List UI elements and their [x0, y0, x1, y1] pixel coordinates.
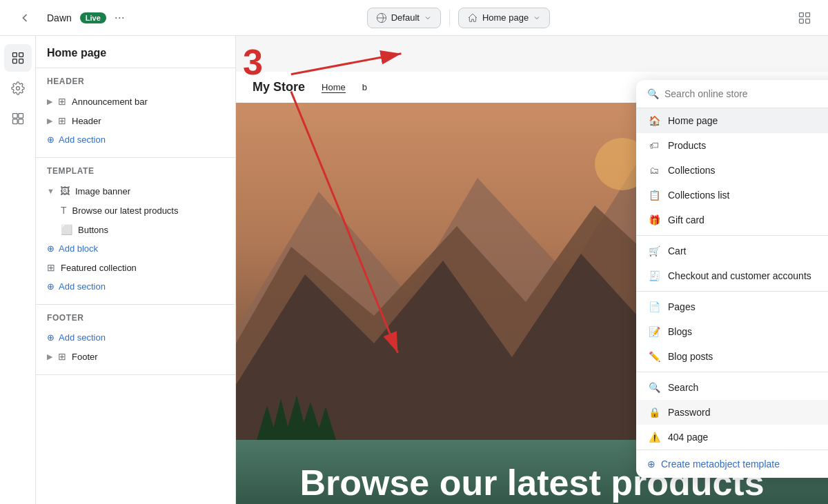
svg-rect-2	[806, 12, 810, 17]
pages-dropdown-item[interactable]: 📄 Pages ›	[636, 294, 828, 319]
svg-rect-1	[800, 12, 804, 17]
search-item-label: Search	[668, 382, 698, 393]
sidebar-item-settings[interactable]	[4, 74, 32, 102]
topbar-right	[792, 6, 817, 30]
checkout-item-label: Checkout and customer accounts	[668, 270, 811, 281]
svg-rect-3	[800, 19, 804, 23]
back-button[interactable]	[11, 4, 39, 32]
svg-rect-12	[12, 119, 17, 124]
search-icon: 🔍	[647, 382, 661, 393]
template-section-group: Template ▼ 🖼 Image banner T Browse our l…	[36, 158, 235, 305]
svg-rect-4	[806, 19, 810, 23]
gift-card-item-label: Gift card	[668, 214, 704, 225]
more-options-button[interactable]: ···	[115, 10, 125, 25]
footer-section-label: Footer	[36, 313, 235, 328]
blogs-item-label: Blogs	[668, 326, 692, 337]
grid-icon: ⊞	[58, 351, 66, 362]
search-icon: 🔍	[647, 88, 659, 99]
dropdown-search-bar[interactable]: 🔍	[636, 80, 828, 108]
collections-item-label: Collections	[668, 165, 715, 176]
topbar-divider	[449, 10, 450, 26]
template-section-label: Template	[36, 166, 235, 181]
cart-item-label: Cart	[668, 245, 686, 256]
home-icon: 🏠	[647, 115, 661, 126]
search-online-store-input[interactable]	[664, 88, 828, 99]
tag-icon: 🏷	[647, 140, 661, 151]
add-section-header-label: Add section	[59, 134, 106, 145]
products-dropdown-item[interactable]: 🏷 Products ›	[636, 133, 828, 158]
announcement-bar-label: Announcement bar	[72, 97, 148, 107]
store-logo: My Store	[253, 80, 305, 94]
grid-icon: ⊞	[47, 262, 55, 273]
home-page-item-label: Home page	[668, 115, 718, 126]
search-dropdown-item[interactable]: 🔍 Search	[636, 375, 828, 400]
password-dropdown-item[interactable]: 🔒 Password	[636, 400, 828, 425]
footer-item[interactable]: ▶ ⊞ Footer	[36, 347, 235, 366]
topbar-center: Default Home page	[367, 8, 550, 28]
grid-icon: ⊞	[58, 96, 66, 107]
blogpost-icon: ✏️	[647, 351, 661, 362]
text-icon: T	[61, 205, 67, 216]
image-icon: 🖼	[60, 185, 70, 196]
store-nav-b: b	[362, 82, 367, 92]
plus-circle-icon: ⊕	[647, 458, 656, 470]
checkout-icon: 🧾	[647, 270, 661, 281]
dropdown-divider-3	[636, 372, 828, 372]
create-metaobject-button[interactable]: ⊕ Create metaobject template	[636, 450, 828, 478]
icon-sidebar	[0, 36, 36, 504]
chevron-down-icon: ▼	[47, 187, 55, 195]
checkout-dropdown-item[interactable]: 🧾 Checkout and customer accounts	[636, 263, 828, 288]
cursor-icon: ⬜	[61, 224, 72, 235]
header-section-label: Header	[36, 77, 235, 92]
password-item-label: Password	[668, 407, 710, 418]
create-metaobject-label: Create metaobject template	[661, 458, 780, 470]
add-block-button[interactable]: ⊕ Add block	[36, 239, 235, 258]
default-selector[interactable]: Default	[367, 8, 441, 28]
plus-circle-icon: ⊕	[47, 332, 55, 343]
blog-posts-dropdown-item[interactable]: ✏️ Blog posts ›	[636, 344, 828, 369]
add-block-label: Add block	[59, 243, 98, 254]
browse-latest-item[interactable]: T Browse our latest products	[36, 201, 235, 220]
plus-circle-icon: ⊕	[47, 134, 55, 145]
add-section-template-label: Add section	[59, 281, 106, 292]
browse-latest-label: Browse our latest products	[72, 205, 179, 216]
buttons-item[interactable]: ⬜ Buttons	[36, 220, 235, 239]
featured-collection-item[interactable]: ⊞ Featured collection	[36, 258, 235, 277]
header-item[interactable]: ▶ ⊞ Header	[36, 111, 235, 130]
add-section-header-button[interactable]: ⊕ Add section	[36, 130, 235, 149]
sidebar-item-apps[interactable]	[4, 105, 32, 132]
header-section-group: Header ▶ ⊞ Announcement bar ▶ ⊞ Header ⊕…	[36, 68, 235, 158]
sidebar-item-sections[interactable]	[4, 44, 32, 72]
footer-section-group: Footer ⊕ Add section ▶ ⊞ Footer	[36, 305, 235, 375]
blog-icon: 📝	[647, 326, 661, 337]
pages-item-label: Pages	[668, 301, 696, 312]
svg-rect-8	[19, 59, 23, 63]
grid-icon: ⊞	[58, 115, 66, 126]
theme-name: Dawn	[47, 12, 72, 23]
home-page-selector[interactable]: Home page	[458, 8, 550, 28]
404-dropdown-item[interactable]: ⚠️ 404 page	[636, 425, 828, 450]
canvas: Browse our latest products My Store Home…	[236, 36, 828, 504]
collections-list-dropdown-item[interactable]: 📋 Collections list	[636, 183, 828, 208]
customize-icon-button[interactable]	[792, 6, 817, 30]
default-label: Default	[391, 12, 420, 23]
image-banner-item[interactable]: ▼ 🖼 Image banner	[36, 181, 235, 201]
gift-card-dropdown-item[interactable]: 🎁 Gift card	[636, 208, 828, 232]
add-section-footer-button[interactable]: ⊕ Add section	[36, 328, 235, 347]
chevron-right-icon: ▶	[47, 97, 52, 106]
svg-rect-13	[18, 119, 23, 124]
panel-title: Home page	[36, 36, 235, 68]
topbar-left: Dawn Live ···	[11, 4, 125, 32]
dropdown-divider-1	[636, 235, 828, 236]
cart-dropdown-item[interactable]: 🛒 Cart	[636, 239, 828, 263]
live-badge: Live	[80, 12, 106, 23]
chevron-right-icon: ▶	[47, 352, 52, 361]
plus-circle-icon: ⊕	[47, 281, 55, 292]
add-section-template-button[interactable]: ⊕ Add section	[36, 277, 235, 296]
collections-dropdown-item[interactable]: 🗂 Collections ›	[636, 158, 828, 183]
404-item-label: 404 page	[668, 432, 708, 443]
announcement-bar-item[interactable]: ▶ ⊞ Announcement bar	[36, 92, 235, 111]
blogs-dropdown-item[interactable]: 📝 Blogs ›	[636, 319, 828, 344]
home-page-dropdown-item[interactable]: 🏠 Home page	[636, 108, 828, 133]
footer-label: Footer	[72, 352, 98, 362]
